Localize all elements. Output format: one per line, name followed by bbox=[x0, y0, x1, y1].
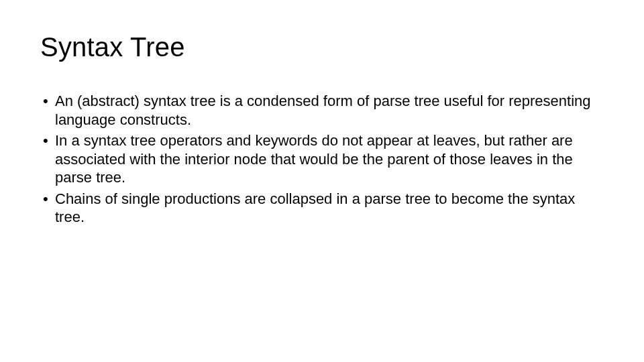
bullet-item: An (abstract) syntax tree is a condensed… bbox=[40, 92, 604, 129]
bullet-item: In a syntax tree operators and keywords … bbox=[40, 131, 604, 187]
slide-title: Syntax Tree bbox=[40, 32, 604, 62]
bullet-item: Chains of single productions are collaps… bbox=[40, 190, 604, 227]
bullet-list: An (abstract) syntax tree is a condensed… bbox=[40, 92, 604, 227]
